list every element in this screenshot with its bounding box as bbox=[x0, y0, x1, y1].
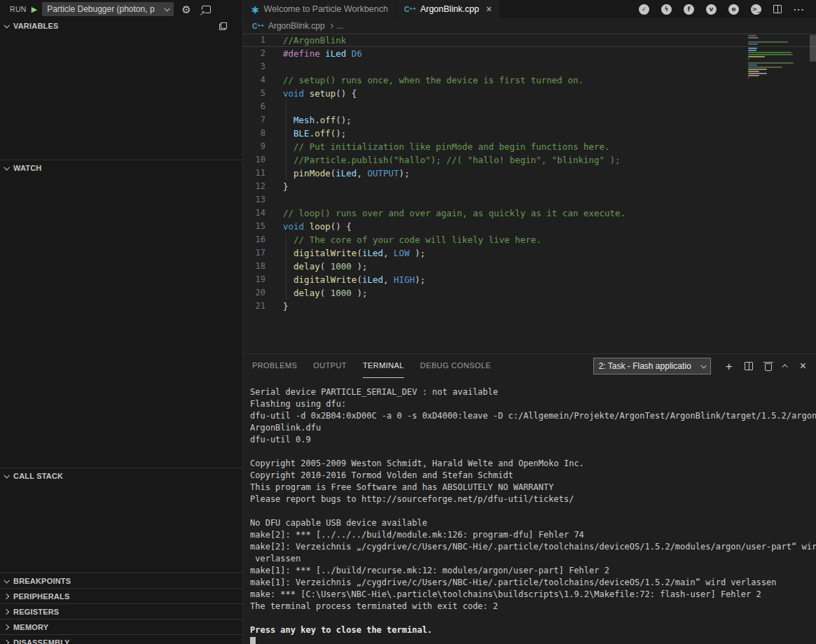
line-number: 6 bbox=[243, 100, 283, 113]
new-terminal-icon[interactable]: + bbox=[726, 360, 733, 372]
code-line[interactable]: 11 pinMode(iLed, OUTPUT); bbox=[243, 167, 816, 180]
check-circle-icon[interactable]: ✓ bbox=[639, 4, 649, 15]
code-line[interactable]: 4// setup() runs once, when the device i… bbox=[243, 74, 816, 87]
terminal-instance-dropdown[interactable]: 2: Task - Flash applicatio bbox=[593, 358, 711, 374]
section-label: DISASSEMBLY bbox=[13, 638, 70, 644]
code-line[interactable]: 1//ArgonBlink bbox=[243, 34, 816, 47]
code-line[interactable]: 20 delay( 1000 ); bbox=[243, 286, 816, 300]
debug-config-label: Particle Debugger (photon, p bbox=[47, 4, 165, 14]
terminal-output[interactable]: Serial device PARTICLE_SERIAL_DEV : not … bbox=[243, 378, 816, 644]
line-number: 20 bbox=[243, 286, 283, 300]
code-line[interactable]: 18 delay( 1000 ); bbox=[243, 260, 816, 273]
code-text: Mesh.off(); bbox=[283, 113, 352, 127]
terminal-line: Copyright 2010-2016 Tormod Volden and St… bbox=[250, 470, 816, 482]
section-header[interactable]: DISASSEMBLY bbox=[0, 635, 242, 644]
code-text: BLE.off(); bbox=[283, 127, 346, 140]
code-line[interactable]: 12} bbox=[243, 180, 816, 193]
code-text: } bbox=[283, 300, 289, 313]
minimap-line bbox=[748, 35, 756, 36]
section-header[interactable]: VARIABLES bbox=[0, 18, 242, 34]
line-number: 4 bbox=[243, 74, 283, 87]
terminal-line: make[2]: Verzeichnis „/cygdrive/c/Users/… bbox=[250, 541, 816, 553]
minimap[interactable] bbox=[748, 35, 807, 79]
section-header[interactable]: PERIPHERALS bbox=[0, 589, 242, 603]
breadcrumb-file[interactable]: ArgonBlink.cpp bbox=[268, 21, 325, 31]
close-icon[interactable]: × bbox=[486, 4, 492, 14]
code-line[interactable]: 17 digitalWrite(iLed, LOW ); bbox=[243, 246, 816, 260]
panel-tab-terminal[interactable]: TERMINAL bbox=[363, 354, 404, 378]
chevron-down-icon bbox=[4, 22, 9, 28]
indent-guide bbox=[286, 127, 286, 140]
kill-terminal-icon[interactable] bbox=[765, 362, 772, 371]
flash-circle-icon[interactable]: ϟ bbox=[661, 4, 672, 15]
gear-icon[interactable]: ⚙ bbox=[181, 4, 191, 15]
section-header[interactable]: MEMORY bbox=[0, 620, 242, 634]
particle-logo-icon: ∗ bbox=[251, 4, 260, 15]
terminal-line: Flashing using dfu: bbox=[250, 398, 816, 410]
terminal-circle-icon[interactable]: >_ bbox=[751, 4, 761, 15]
code-line[interactable]: 13 bbox=[243, 193, 816, 206]
terminal-line bbox=[250, 612, 816, 624]
debug-console-icon[interactable]: ↗ bbox=[202, 6, 211, 13]
code-line[interactable]: 9 // Put initialization like pinMode and… bbox=[243, 140, 816, 153]
code-line[interactable]: 21} bbox=[243, 300, 816, 313]
maximize-panel-icon[interactable] bbox=[782, 364, 787, 370]
section-header[interactable]: REGISTERS bbox=[0, 604, 242, 619]
code-line[interactable]: 7 Mesh.off(); bbox=[243, 113, 816, 127]
minimap-line bbox=[748, 48, 757, 49]
code-line[interactable]: 15void loop() { bbox=[243, 220, 816, 233]
terminal-line: verlassen bbox=[250, 553, 816, 565]
indent-guide bbox=[286, 246, 286, 260]
code-line[interactable]: 10 //Particle.publish("hallo"); //( "hal… bbox=[243, 153, 816, 167]
code-lines[interactable]: 1//ArgonBlink2#define iLed D634// setup(… bbox=[243, 34, 816, 313]
section-header[interactable]: CALL STACK bbox=[0, 468, 242, 484]
panel-tab-problems[interactable]: PROBLEMS bbox=[252, 354, 297, 378]
code-line[interactable]: 8 BLE.off(); bbox=[243, 127, 816, 140]
chevron-right-icon bbox=[4, 609, 9, 615]
code-line[interactable]: 14// loop() runs over and over again, as… bbox=[243, 206, 816, 220]
chevron-right-icon bbox=[4, 594, 9, 599]
split-editor-icon[interactable] bbox=[773, 5, 782, 13]
close-panel-icon[interactable]: × bbox=[800, 360, 806, 372]
code-text: digitalWrite(iLed, HIGH); bbox=[283, 273, 425, 286]
tab-argonblink-cpp[interactable]: C++ArgonBlink.cpp× bbox=[396, 0, 500, 18]
code-line[interactable]: 16 // The core of your code will likely … bbox=[243, 233, 816, 246]
line-number: 9 bbox=[243, 140, 283, 153]
panel-tab-debug-console[interactable]: DEBUG CONSOLE bbox=[420, 354, 491, 378]
panel-tab-output[interactable]: OUTPUT bbox=[313, 354, 347, 378]
start-debugging-icon[interactable]: ▶ bbox=[32, 5, 37, 14]
tab-welcome-to-particle-workbench[interactable]: ∗Welcome to Particle Workbench bbox=[243, 0, 396, 18]
breadcrumb-more[interactable]: ... bbox=[336, 21, 343, 31]
terminal-line: make[2]: *** [../../../build/module.mk:1… bbox=[250, 529, 816, 541]
code-line[interactable]: 19 digitalWrite(iLed, HIGH); bbox=[243, 273, 816, 286]
code-line[interactable]: 6 bbox=[243, 100, 816, 113]
indent-guide bbox=[286, 233, 286, 246]
collapse-all-icon[interactable] bbox=[219, 22, 227, 30]
section-header[interactable]: BREAKPOINTS bbox=[0, 573, 242, 588]
debug-config-dropdown[interactable]: Particle Debugger (photon, p bbox=[42, 2, 174, 16]
editor-scrollbar[interactable] bbox=[810, 35, 816, 62]
terminal-line: dfu-util -d 0x2B04:0xD00C -a 0 -s 0xD400… bbox=[250, 410, 816, 422]
indent-guide bbox=[286, 113, 286, 127]
terminal-instance-label: 2: Task - Flash applicatio bbox=[599, 361, 701, 371]
code-line[interactable]: 5void setup() { bbox=[243, 87, 816, 100]
run-view-label: RUN bbox=[10, 5, 27, 13]
terminal-line: Please report bugs to http://sourceforge… bbox=[250, 493, 816, 505]
terminal-line: This program is Free Software and has AB… bbox=[250, 482, 816, 493]
more-actions-icon[interactable]: ··· bbox=[794, 4, 805, 15]
split-terminal-icon[interactable] bbox=[745, 362, 753, 370]
section-header[interactable]: WATCH bbox=[0, 160, 242, 176]
line-number: 10 bbox=[243, 153, 283, 167]
v-circle-icon[interactable]: v bbox=[706, 4, 717, 15]
code-editor[interactable]: C++ ArgonBlink.cpp ... 1//ArgonBlink2#de… bbox=[243, 18, 816, 354]
f-circle-icon[interactable]: f bbox=[684, 4, 694, 15]
section-label: CALL STACK bbox=[13, 472, 63, 480]
code-line[interactable]: 3 bbox=[243, 60, 816, 74]
code-line[interactable]: 2#define iLed D6 bbox=[243, 47, 816, 60]
sidebar-section-watch: WATCH bbox=[0, 160, 242, 468]
chevron-down-icon bbox=[165, 6, 170, 11]
minimap-line bbox=[748, 69, 767, 70]
breadcrumb[interactable]: C++ ArgonBlink.cpp ... bbox=[243, 18, 816, 34]
chevron-down-icon bbox=[4, 578, 9, 583]
e-circle-icon[interactable]: e bbox=[728, 4, 739, 15]
